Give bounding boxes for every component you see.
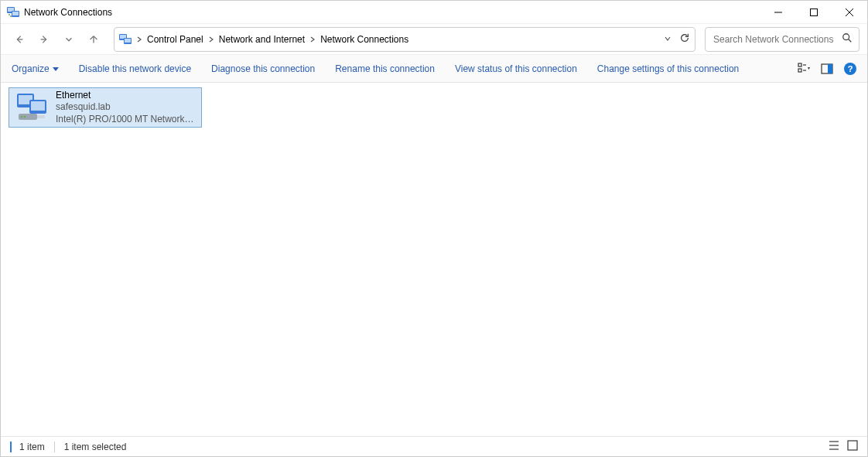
command-bar: Organize Disable this network device Dia… bbox=[1, 55, 867, 83]
adapter-labels: Ethernet safesquid.lab Intel(R) PRO/1000… bbox=[56, 90, 195, 126]
address-dropdown[interactable] bbox=[664, 34, 672, 45]
svg-rect-29 bbox=[31, 101, 45, 111]
details-view-button[interactable] bbox=[829, 440, 839, 453]
organize-label: Organize bbox=[12, 63, 50, 74]
disable-device-button[interactable]: Disable this network device bbox=[79, 63, 191, 74]
content-area[interactable]: Ethernet safesquid.lab Intel(R) PRO/1000… bbox=[1, 83, 867, 436]
status-view-controls bbox=[829, 440, 858, 453]
svg-marker-18 bbox=[53, 67, 59, 71]
titlebar: Network Connections bbox=[1, 1, 867, 24]
maximize-button[interactable] bbox=[796, 1, 832, 23]
svg-point-32 bbox=[21, 116, 22, 118]
window-controls bbox=[760, 1, 867, 23]
close-button[interactable] bbox=[832, 1, 867, 23]
nav-row: Control Panel Network and Internet Netwo… bbox=[1, 24, 867, 55]
network-connections-icon bbox=[7, 6, 19, 19]
svg-rect-37 bbox=[848, 441, 857, 450]
svg-rect-20 bbox=[798, 69, 801, 72]
svg-point-33 bbox=[24, 116, 26, 118]
ethernet-adapter-icon bbox=[15, 92, 50, 123]
address-bar[interactable]: Control Panel Network and Internet Netwo… bbox=[114, 27, 695, 52]
large-icons-view-button[interactable] bbox=[847, 440, 858, 453]
address-right bbox=[659, 32, 690, 46]
breadcrumb-segment[interactable]: Network and Internet bbox=[216, 32, 308, 46]
search-icon[interactable] bbox=[842, 32, 853, 46]
refresh-button[interactable] bbox=[679, 32, 690, 46]
minimize-button[interactable] bbox=[760, 1, 796, 23]
chevron-right-icon[interactable] bbox=[207, 36, 216, 43]
adapter-device: Intel(R) PRO/1000 MT Network C... bbox=[56, 114, 195, 126]
svg-point-16 bbox=[843, 34, 849, 40]
search-input[interactable] bbox=[712, 33, 842, 46]
svg-rect-7 bbox=[811, 9, 818, 15]
breadcrumb: Control Panel Network and Internet Netwo… bbox=[144, 32, 659, 46]
svg-rect-31 bbox=[37, 115, 45, 118]
preview-pane-button[interactable] bbox=[821, 63, 833, 75]
view-status-button[interactable]: View status of this connection bbox=[455, 63, 577, 74]
view-controls: ? bbox=[798, 63, 856, 75]
svg-marker-23 bbox=[808, 67, 810, 70]
adapter-name: Ethernet bbox=[56, 90, 195, 102]
nav-up-button[interactable] bbox=[83, 29, 104, 50]
svg-point-5 bbox=[9, 14, 10, 15]
nav-history-dropdown[interactable] bbox=[58, 29, 80, 50]
dropdown-arrow-icon bbox=[53, 63, 59, 74]
rename-connection-button[interactable]: Rename this connection bbox=[335, 63, 435, 74]
svg-rect-15 bbox=[125, 39, 131, 43]
chevron-right-icon[interactable] bbox=[135, 36, 144, 43]
svg-line-17 bbox=[849, 39, 852, 43]
svg-rect-25 bbox=[828, 64, 832, 73]
svg-rect-19 bbox=[798, 63, 801, 67]
nav-back-button[interactable] bbox=[9, 29, 30, 50]
nav-forward-button[interactable] bbox=[33, 29, 55, 50]
search-box[interactable] bbox=[705, 27, 859, 52]
status-selected-count: 1 item selected bbox=[64, 442, 127, 452]
help-button[interactable]: ? bbox=[844, 63, 856, 75]
svg-rect-3 bbox=[12, 12, 19, 15]
status-accent bbox=[10, 442, 12, 452]
status-bar: 1 item 1 item selected bbox=[1, 436, 867, 456]
adapter-network: safesquid.lab bbox=[56, 101, 195, 114]
diagnose-connection-button[interactable]: Diagnose this connection bbox=[211, 63, 315, 74]
status-item-count: 1 item bbox=[19, 442, 45, 452]
organize-button[interactable]: Organize bbox=[12, 63, 59, 74]
svg-point-4 bbox=[10, 15, 12, 17]
breadcrumb-segment[interactable]: Network Connections bbox=[317, 32, 412, 46]
network-adapter-item[interactable]: Ethernet safesquid.lab Intel(R) PRO/1000… bbox=[9, 87, 202, 128]
control-panel-icon bbox=[119, 33, 132, 46]
change-settings-button[interactable]: Change settings of this connection bbox=[597, 63, 739, 74]
chevron-right-icon[interactable] bbox=[308, 36, 317, 43]
breadcrumb-segment[interactable]: Control Panel bbox=[144, 32, 207, 46]
status-separator bbox=[54, 442, 55, 452]
view-options-button[interactable] bbox=[798, 63, 810, 75]
window-title: Network Connections bbox=[24, 7, 760, 18]
